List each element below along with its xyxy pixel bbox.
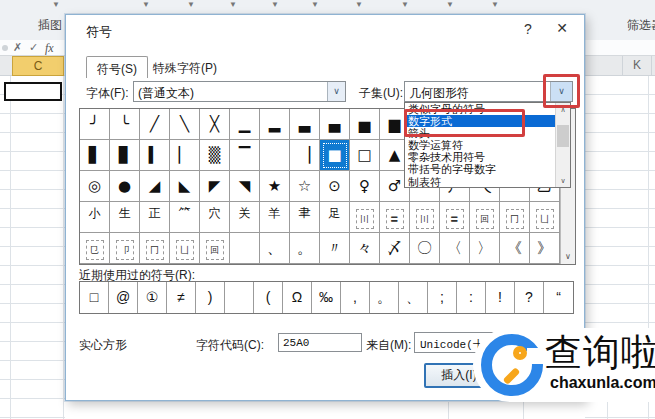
gallery-dropdown-icon[interactable]: ▼ xyxy=(271,0,279,9)
symbol-cell[interactable]: 〈 xyxy=(440,233,470,264)
recent-symbol-cell[interactable]: “ xyxy=(544,282,573,313)
recent-symbol-cell[interactable]: 。 xyxy=(370,282,399,313)
symbol-cell[interactable]: 。 xyxy=(290,233,320,264)
symbol-cell[interactable]: ▋ xyxy=(80,140,110,171)
recent-symbol-cell[interactable]: □ xyxy=(80,282,109,313)
symbol-cell[interactable]: ♀ xyxy=(350,171,380,202)
symbol-cell[interactable]: 穴 xyxy=(200,202,230,233)
symbol-cell[interactable]: 足 xyxy=(320,202,350,233)
symbol-cell[interactable]: ◤ xyxy=(200,171,230,202)
recent-symbol-cell[interactable]: ) xyxy=(196,282,225,313)
recent-symbol-cell[interactable]: ≠ xyxy=(167,282,196,313)
close-button[interactable]: ✕ xyxy=(550,20,574,40)
gallery-dropdown-icon[interactable]: ▼ xyxy=(446,0,454,9)
function-icon[interactable]: fx xyxy=(45,41,54,56)
gallery-dropdown-icon[interactable]: ▼ xyxy=(491,0,499,9)
recent-symbol-cell[interactable]: ① xyxy=(138,282,167,313)
symbol-cell[interactable]: 凵 xyxy=(170,233,200,264)
symbol-cell[interactable]: ☆ xyxy=(290,171,320,202)
symbol-cell[interactable]: ◣ xyxy=(170,171,200,202)
symbol-cell[interactable]: 回 xyxy=(200,233,230,264)
recent-symbol-cell[interactable]: @ xyxy=(109,282,138,313)
symbol-cell[interactable]: 凵 xyxy=(530,202,560,233)
symbol-cell[interactable]: 》 xyxy=(530,233,560,264)
symbol-cell[interactable]: ⊙ xyxy=(320,171,350,202)
column-header-c[interactable]: C xyxy=(12,56,64,76)
dropdown-scrollbar[interactable]: ∧ ∨ xyxy=(555,103,570,187)
symbol-cell[interactable]: 㔾 xyxy=(80,233,110,264)
symbol-cell[interactable]: 〇 xyxy=(410,233,440,264)
gallery-dropdown-icon[interactable]: ▼ xyxy=(52,0,60,9)
symbol-cell[interactable]: 〓 xyxy=(380,202,410,233)
dropdown-item[interactable]: 数学运算符 xyxy=(405,139,556,151)
symbol-cell[interactable]: ▂ xyxy=(260,109,290,140)
cancel-icon[interactable]: ✗ xyxy=(13,41,22,54)
symbol-cell[interactable]: ▁ xyxy=(230,109,260,140)
symbol-cell[interactable]: 〓 xyxy=(440,202,470,233)
symbol-cell[interactable]: ▒ xyxy=(200,140,230,171)
gallery-dropdown-icon[interactable]: ▼ xyxy=(401,0,409,9)
symbol-cell[interactable]: 小 xyxy=(80,202,110,233)
symbol-cell[interactable]: 〣 xyxy=(350,202,380,233)
symbol-cell[interactable]: ▊ xyxy=(110,140,140,171)
enter-icon[interactable]: ✓ xyxy=(29,41,38,54)
charcode-input[interactable]: 25A0 xyxy=(278,333,362,352)
scrollbar-thumb[interactable] xyxy=(557,125,569,147)
symbol-cell[interactable]: ╲ xyxy=(170,109,200,140)
symbol-cell[interactable] xyxy=(260,140,290,171)
dropdown-item[interactable]: 带括号的字母数字 xyxy=(405,163,556,175)
recent-symbol-cell[interactable]: ( xyxy=(254,282,283,313)
recent-symbol-cell[interactable]: Ω xyxy=(283,282,312,313)
gallery-dropdown-icon[interactable]: ▼ xyxy=(187,0,195,9)
symbol-cell[interactable] xyxy=(230,233,260,264)
symbol-cell[interactable]: 々 xyxy=(350,233,380,264)
gallery-dropdown-icon[interactable]: ▼ xyxy=(229,0,237,9)
recent-symbol-cell[interactable] xyxy=(225,282,254,313)
font-combobox[interactable]: (普通文本) ∨ xyxy=(133,81,346,102)
recent-symbol-cell[interactable]: : xyxy=(457,282,486,313)
scroll-down-icon[interactable]: ∨ xyxy=(561,249,575,264)
symbol-cell[interactable]: ◢ xyxy=(140,171,170,202)
dropdown-item[interactable]: 制表符 xyxy=(405,176,556,188)
symbol-cell[interactable]: 关 xyxy=(230,202,260,233)
symbol-cell[interactable]: 聿 xyxy=(290,202,320,233)
symbol-cell[interactable]: ★ xyxy=(260,171,290,202)
symbol-cell[interactable]: 〃 xyxy=(320,233,350,264)
symbol-cell[interactable]: □ xyxy=(350,140,380,171)
symbol-cell[interactable]: 生 xyxy=(110,202,140,233)
chevron-down-icon[interactable]: ∨ xyxy=(327,82,345,101)
symbol-cell[interactable]: 冂 xyxy=(140,233,170,264)
symbol-cell[interactable]: 、 xyxy=(260,233,290,264)
symbol-cell[interactable]: 〣 xyxy=(410,202,440,233)
symbol-cell[interactable]: ▃ xyxy=(290,109,320,140)
symbol-cell[interactable]: ▔ xyxy=(230,140,260,171)
symbol-cell[interactable]: ▅ xyxy=(350,109,380,140)
tab-special-characters[interactable]: 特殊字符(P) xyxy=(143,56,227,78)
symbol-cell[interactable]: 回 xyxy=(470,202,500,233)
symbol-cell[interactable]: 〆 xyxy=(380,233,410,264)
recent-symbol-cell[interactable]: , xyxy=(341,282,370,313)
symbol-cell[interactable]: 〉 xyxy=(470,233,500,264)
gallery-dropdown-icon[interactable]: ▼ xyxy=(355,0,363,9)
symbol-cell[interactable]: ╰ xyxy=(110,109,140,140)
symbol-cell[interactable]: ● xyxy=(110,171,140,202)
symbol-cell[interactable]: 《 xyxy=(500,233,530,264)
dropdown-item[interactable]: 零杂技术用符号 xyxy=(405,151,556,163)
help-button[interactable]: ? xyxy=(518,21,538,41)
recent-symbol-cell[interactable]: ‰ xyxy=(312,282,341,313)
symbol-cell[interactable]: ▄ xyxy=(320,109,350,140)
symbol-cell[interactable]: ╯ xyxy=(80,109,110,140)
symbol-cell[interactable]: ▕ xyxy=(290,140,320,171)
symbol-cell[interactable]: 羊 xyxy=(260,202,290,233)
gallery-dropdown-icon[interactable]: ▼ xyxy=(311,0,319,9)
scroll-down-icon[interactable]: ∨ xyxy=(556,174,570,187)
symbol-cell[interactable]: ▏ xyxy=(170,140,200,171)
column-header-k[interactable]: K xyxy=(622,56,652,76)
selected-worksheet-cell[interactable] xyxy=(4,82,62,101)
symbol-cell[interactable]: 正 xyxy=(140,202,170,233)
symbol-cell[interactable]: 卩 xyxy=(110,233,140,264)
symbol-cell[interactable]: 冂 xyxy=(500,202,530,233)
symbol-cell[interactable]: ◎ xyxy=(80,171,110,202)
symbol-cell[interactable]: ■ xyxy=(320,140,350,171)
recent-symbol-cell[interactable]: 、 xyxy=(399,282,428,313)
